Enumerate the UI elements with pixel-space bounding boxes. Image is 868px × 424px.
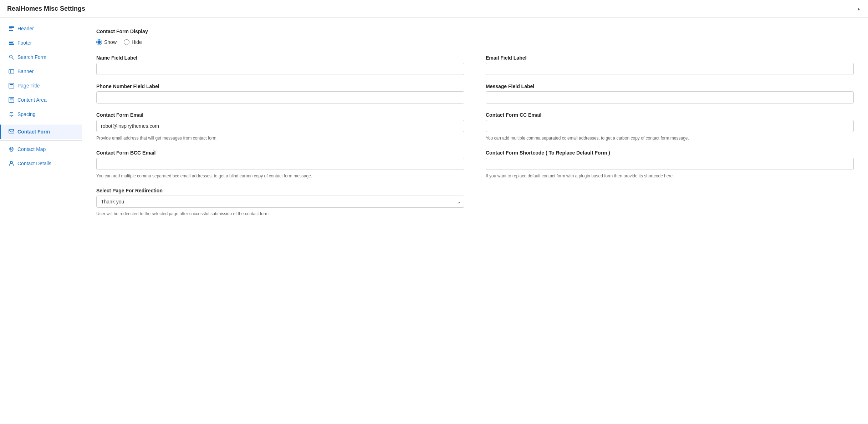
message-field-label: Message Field Label [486,84,854,89]
sidebar-item-contact-details-label: Contact Details [17,161,51,166]
footer-icon [8,40,15,46]
svg-rect-8 [9,70,14,73]
sidebar-item-page-title[interactable]: Page Title [0,79,82,93]
radio-show-option[interactable]: Show [96,39,117,45]
radio-hide-option[interactable]: Hide [124,39,142,45]
svg-rect-1 [9,29,12,29]
phone-field-label: Phone Number Field Label [96,84,464,89]
email-field-input[interactable] [486,63,854,75]
sidebar-item-footer[interactable]: Footer [0,36,82,50]
sidebar-item-footer-label: Footer [17,40,32,46]
spacing-icon [8,111,15,117]
page-title-bar: RealHomes Misc Settings ▲ [0,0,868,18]
sidebar-item-search-form[interactable]: Search Form [0,50,82,64]
content-area-icon [8,97,15,103]
sidebar-divider-2 [0,140,82,141]
sidebar-item-content-area-label: Content Area [17,97,47,103]
contact-email-label: Contact Form Email [96,112,464,118]
svg-rect-11 [10,86,12,86]
main-layout: Header Footer [0,18,868,424]
name-field-group: Name Field Label [96,55,464,75]
svg-point-19 [10,161,12,163]
shortcode-group: Contact Form Shortcode ( To Replace Defa… [486,150,854,179]
contact-email-group: Contact Form Email Provide email address… [96,112,464,141]
sidebar-item-contact-map-label: Contact Map [17,146,46,152]
contact-form-display-label: Contact Form Display [96,29,854,34]
sidebar-item-contact-form[interactable]: Contact Form [0,125,82,139]
sidebar-divider [0,123,82,123]
content-panel: Contact Form Display Show Hide Name Fiel… [82,18,868,424]
bcc-email-group: Contact Form BCC Email You can add multi… [96,150,464,179]
svg-rect-3 [9,41,14,41]
message-field-group: Message Field Label [486,84,854,104]
sidebar-item-banner[interactable]: Banner [0,64,82,79]
sidebar-item-header-label: Header [17,26,34,31]
display-radio-group: Show Hide [96,39,854,45]
svg-point-18 [11,148,12,150]
sidebar-item-banner-label: Banner [17,69,34,74]
redirection-label: Select Page For Redirection [96,188,464,193]
radio-hide-label: Hide [132,39,142,45]
phone-field-input[interactable] [96,91,464,104]
svg-line-7 [12,58,14,60]
sidebar-item-header[interactable]: Header [0,21,82,36]
page-title-icon [8,82,15,89]
svg-rect-17 [9,130,14,133]
contact-details-icon [8,160,15,167]
cc-email-input[interactable] [486,120,854,132]
app-title: RealHomes Misc Settings [7,5,85,12]
svg-rect-4 [9,42,13,43]
message-field-input[interactable] [486,91,854,104]
shortcode-label: Contact Form Shortcode ( To Replace Defa… [486,150,854,156]
svg-rect-0 [9,26,14,28]
sidebar-item-contact-form-label: Contact Form [17,129,50,135]
svg-rect-15 [10,101,12,101]
contact-email-input[interactable] [96,120,464,132]
cc-email-hint: You can add multiple comma separated cc … [486,135,854,141]
sidebar-item-page-title-label: Page Title [17,83,40,89]
banner-icon [8,68,15,75]
radio-show-input[interactable] [96,39,102,45]
sidebar-item-content-area[interactable]: Content Area [0,93,82,107]
sidebar-item-search-form-label: Search Form [17,54,46,60]
header-icon [8,25,15,32]
page-wrapper: RealHomes Misc Settings ▲ Header [0,0,868,424]
svg-rect-10 [10,84,13,85]
shortcode-input[interactable] [486,158,854,170]
form-fields-grid: Name Field Label Email Field Label Phone… [96,55,854,217]
name-field-input[interactable] [96,63,464,75]
sidebar-item-contact-details[interactable]: Contact Details [0,156,82,171]
contact-form-icon [8,128,15,135]
svg-rect-14 [10,100,13,100]
contact-map-icon [8,146,15,152]
contact-email-hint: Provide email address that will get mess… [96,135,464,141]
radio-show-label: Show [104,39,117,45]
email-field-label: Email Field Label [486,55,854,61]
sidebar-item-spacing[interactable]: Spacing [0,107,82,121]
svg-rect-2 [9,30,13,31]
bcc-email-hint: You can add multiple comma separated bcc… [96,173,464,179]
search-icon [8,54,15,60]
cc-email-group: Contact Form CC Email You can add multip… [486,112,854,141]
redirection-group: Select Page For Redirection Thank you Ho… [96,188,464,217]
name-field-label: Name Field Label [96,55,464,61]
bcc-email-label: Contact Form BCC Email [96,150,464,156]
svg-rect-13 [10,99,13,99]
sidebar: Header Footer [0,18,82,424]
redirection-select[interactable]: Thank you Home About Contact [96,196,464,208]
phone-field-group: Phone Number Field Label [96,84,464,104]
collapse-icon[interactable]: ▲ [857,6,861,11]
bcc-email-input[interactable] [96,158,464,170]
redirection-select-wrapper: Thank you Home About Contact ⌄ [96,196,464,208]
redirection-hint: User will be redirected to the selected … [96,211,464,217]
svg-rect-5 [9,44,14,45]
shortcode-hint: If you want to replace default contact f… [486,173,854,179]
radio-hide-input[interactable] [124,39,129,45]
sidebar-item-spacing-label: Spacing [17,111,36,117]
sidebar-item-contact-map[interactable]: Contact Map [0,142,82,156]
email-field-group: Email Field Label [486,55,854,75]
cc-email-label: Contact Form CC Email [486,112,854,118]
